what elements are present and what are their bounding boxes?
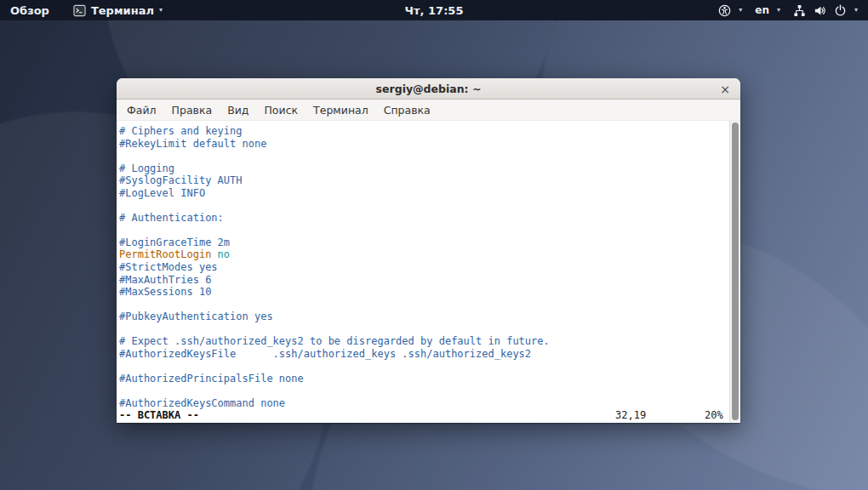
close-button[interactable]: × (717, 78, 733, 100)
network-wired-icon (793, 4, 806, 17)
terminal-line (119, 360, 729, 373)
terminal-text-segment: # Ciphers and keying (119, 125, 243, 137)
terminal-text-segment: no (218, 248, 230, 260)
accessibility-menu[interactable]: ▾ (718, 4, 742, 17)
terminal-text-segment: #StrictModes yes (119, 261, 218, 273)
terminal-line: #SyslogFacility AUTH (119, 174, 729, 187)
vim-status-line: -- ВСТАВКА -- 32,19 20% (117, 409, 729, 422)
terminal-text-segment: #MaxAuthTries 6 (119, 274, 211, 286)
menu-item-3[interactable]: Вид (220, 101, 256, 119)
terminal-text-segment: #LoginGraceTime 2m (119, 236, 230, 248)
terminal-line: #LoginGraceTime 2m (119, 236, 729, 249)
volume-icon (814, 4, 826, 17)
menu-item-1[interactable]: Файл (119, 101, 164, 119)
chevron-down-icon: ▾ (739, 7, 742, 14)
terminal-text-segment: # Expect .ssh/authorized_keys2 to be dis… (119, 335, 550, 347)
system-menu[interactable]: ▾ (793, 4, 858, 17)
terminal-window: sergiy@debian: ~ × ФайлПравкаВидПоискТер… (117, 78, 740, 423)
terminal-line: #StrictModes yes (119, 261, 729, 274)
terminal-line (119, 323, 729, 336)
terminal-line: #AuthorizedPrincipalsFile none (119, 373, 729, 385)
vim-cursor-position: 32,19 (615, 409, 646, 422)
terminal-line: #RekeyLimit default none (119, 138, 729, 151)
menu-item-6[interactable]: Справка (376, 101, 438, 119)
window-title: sergiy@debian: ~ (376, 83, 482, 95)
activities-button[interactable]: Обзор (9, 0, 51, 20)
terminal-line (119, 150, 729, 162)
activities-label: Обзор (10, 4, 49, 17)
chevron-down-icon: ▾ (854, 7, 858, 14)
terminal-text-segment (211, 248, 217, 260)
terminal-line: #AuthorizedKeysFile .ssh/authorized_keys… (119, 348, 729, 361)
menu-item-2[interactable]: Правка (164, 101, 220, 119)
terminal-line (119, 299, 729, 311)
scrollbar-thumb[interactable] (732, 122, 739, 420)
menu-item-4[interactable]: Поиск (256, 101, 306, 119)
terminal-line: # Expect .ssh/authorized_keys2 to be dis… (119, 335, 729, 348)
top-bar: Обзор Терминал ▾ Чт, 17:55 (0, 0, 868, 20)
accessibility-icon (718, 4, 731, 17)
terminal-text-segment: #AuthorizedKeysCommand none (119, 397, 285, 409)
terminal-text-segment: PermitRootLogin (119, 248, 211, 260)
chevron-down-icon: ▾ (777, 7, 780, 14)
terminal-line: #LogLevel INFO (119, 187, 729, 200)
terminal-line: #MaxSessions 10 (119, 286, 729, 299)
keyboard-layout-menu[interactable]: en ▾ (755, 4, 780, 16)
terminal-text-segment: #PubkeyAuthentication yes (119, 311, 273, 322)
clock[interactable]: Чт, 17:55 (405, 4, 464, 17)
terminal-text-segment: #AuthorizedPrincipalsFile none (119, 373, 304, 385)
menubar: ФайлПравкаВидПоискТерминалСправка (117, 100, 740, 121)
terminal-text: # Ciphers and keying#RekeyLimit default … (117, 121, 729, 422)
terminal-line (119, 224, 729, 236)
app-menu-label: Терминал (91, 4, 154, 17)
terminal-line: # Authentication: (119, 212, 729, 225)
power-icon (834, 4, 847, 17)
terminal-text-segment: # Logging (119, 162, 174, 174)
chevron-down-icon: ▾ (159, 7, 163, 14)
terminal-app-icon (73, 4, 86, 17)
terminal-text-segment: #RekeyLimit default none (119, 138, 266, 150)
terminal-line: #MaxAuthTries 6 (119, 274, 729, 287)
window-titlebar[interactable]: sergiy@debian: ~ × (117, 78, 740, 100)
terminal-line: PermitRootLogin no (119, 248, 729, 261)
terminal-line (119, 199, 729, 212)
menu-item-5[interactable]: Терминал (306, 101, 376, 119)
scrollbar[interactable] (729, 121, 740, 422)
terminal-line (119, 385, 729, 397)
vim-mode-indicator: -- ВСТАВКА -- (119, 409, 199, 422)
terminal-text-segment: #AuthorizedKeysFile .ssh/authorized_keys… (119, 348, 531, 360)
app-menu-button[interactable]: Терминал ▾ (73, 4, 163, 17)
terminal-text-segment: #MaxSessions 10 (119, 286, 211, 298)
vim-scroll-percent: 20% (705, 409, 723, 422)
terminal-content[interactable]: # Ciphers and keying#RekeyLimit default … (117, 121, 740, 422)
terminal-line: #PubkeyAuthentication yes (119, 311, 729, 323)
terminal-text-segment: # Authentication: (119, 212, 224, 224)
terminal-line: #AuthorizedKeysCommand none (119, 397, 729, 410)
terminal-text-segment: #LogLevel INFO (119, 187, 205, 199)
keyboard-layout-label: en (755, 4, 769, 16)
terminal-line: # Logging (119, 162, 729, 175)
terminal-line: # Ciphers and keying (119, 125, 729, 138)
terminal-text-segment: #SyslogFacility AUTH (119, 174, 243, 186)
